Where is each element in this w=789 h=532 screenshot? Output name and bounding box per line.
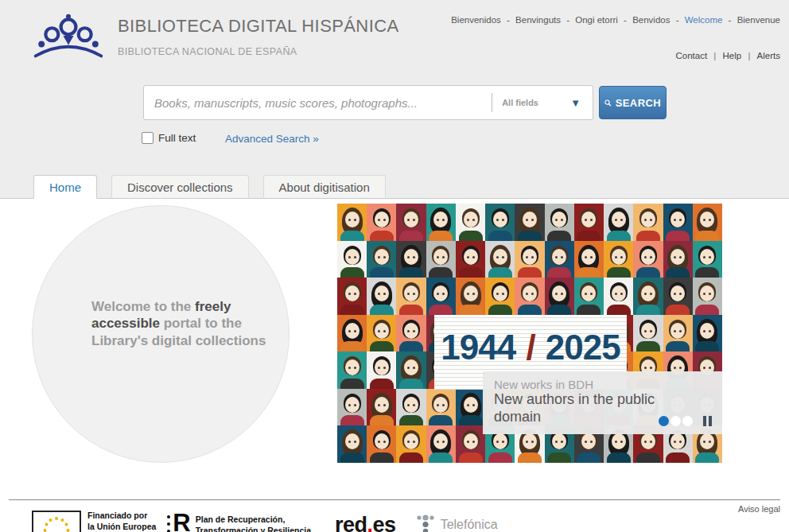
face-head — [464, 249, 478, 265]
pause-button[interactable] — [701, 416, 712, 426]
language-link-bienvenue[interactable]: Bienvenue — [737, 15, 780, 25]
face-body — [340, 305, 364, 315]
language-link-ongi-etorri[interactable]: Ongi etorri — [575, 15, 618, 25]
face-body — [429, 452, 453, 463]
mosaic-face-tile — [337, 278, 367, 315]
mosaic-face-tile — [396, 315, 426, 352]
face-body — [577, 231, 600, 241]
mosaic-face-tile — [604, 204, 633, 241]
face-body — [547, 231, 571, 241]
mosaic-face-tile — [515, 278, 544, 315]
face-head — [464, 433, 478, 449]
utility-link-alerts[interactable]: Alerts — [757, 51, 780, 60]
bdh-homepage: BIBLIOTECA DIGITAL HISPÁNICA BIBLIOTECA … — [0, 0, 789, 532]
caption-title: New works in BDH — [494, 378, 711, 391]
face-body — [666, 231, 690, 241]
face-body — [370, 379, 394, 389]
face-body — [607, 231, 631, 241]
mosaic-face-tile — [456, 425, 485, 463]
carousel-dots — [657, 416, 693, 426]
face-body — [429, 415, 453, 425]
mosaic-face-tile — [337, 389, 367, 426]
tab-home[interactable]: Home — [33, 175, 97, 199]
page-subtitle: BIBLIOTECA NACIONAL DE ESPAÑA — [118, 46, 297, 57]
carousel-dot-3[interactable] — [682, 416, 693, 426]
language-link-bienvenidos[interactable]: Bienvenidos — [451, 15, 501, 25]
carousel-dot-2[interactable] — [670, 416, 681, 426]
face-head — [493, 249, 507, 265]
face-body — [340, 341, 364, 351]
face-body — [636, 452, 660, 463]
mosaic-face-tile — [396, 351, 426, 389]
mosaic-face-tile — [396, 425, 426, 463]
face-body — [518, 452, 542, 463]
mosaic-face-tile — [396, 389, 426, 426]
face-head — [464, 285, 478, 301]
mosaic-face-tile — [337, 315, 367, 352]
mosaic-face-tile — [426, 278, 456, 315]
mosaic-face-tile — [663, 241, 693, 278]
field-selector[interactable]: All fields — [492, 98, 570, 107]
face-head — [433, 249, 448, 265]
fulltext-checkbox[interactable] — [142, 132, 154, 144]
face-body — [577, 267, 600, 278]
utility-link-contact[interactable]: Contact — [676, 51, 708, 60]
mosaic-face-tile — [604, 278, 633, 315]
face-body — [459, 415, 483, 425]
face-body — [399, 267, 423, 278]
mosaic-face-tile — [337, 351, 367, 389]
tab-discover-collections[interactable]: Discover collections — [111, 175, 249, 199]
face-head — [464, 212, 478, 227]
carousel-dot-1[interactable] — [659, 416, 669, 426]
recovery-plan-logo: R — [167, 511, 190, 532]
mosaic-face-tile — [367, 389, 396, 426]
mosaic-face-tile — [485, 241, 515, 278]
chevron-down-icon[interactable]: ▼ — [570, 97, 581, 109]
face-body — [695, 305, 719, 315]
mosaic-face-tile — [426, 204, 456, 241]
mosaic-face-tile — [396, 241, 426, 278]
language-link-welcome[interactable]: Welcome — [685, 15, 723, 25]
tab-about-digitisation[interactable]: About digitisation — [263, 175, 386, 199]
separator: - — [725, 15, 733, 25]
face-body — [547, 452, 571, 463]
mosaic-face-tile — [633, 278, 663, 315]
mosaic-face-tile — [545, 241, 574, 278]
utility-link-help[interactable]: Help — [723, 51, 742, 60]
recovery-plan-label: Plan de Recuperación, Transformación y R… — [196, 515, 311, 532]
mosaic-face-tile — [545, 278, 574, 315]
mosaic-face-tile — [396, 278, 426, 315]
face-body — [666, 305, 690, 315]
pause-icon — [703, 416, 706, 426]
eu-flag-icon — [32, 511, 81, 532]
face-body — [459, 267, 483, 278]
redes-logo: red.es — [335, 513, 396, 532]
face-head — [670, 249, 685, 265]
mosaic-face-tile — [574, 241, 604, 278]
language-link-benvinguts[interactable]: Benvinguts — [515, 15, 561, 25]
separator: | — [745, 51, 752, 60]
face-head — [641, 212, 655, 227]
search-button[interactable]: SEARCH — [599, 86, 667, 119]
mosaic-face-tile — [426, 389, 456, 426]
advanced-search-link[interactable]: Advanced Search » — [225, 133, 319, 145]
mosaic-face-tile — [337, 425, 367, 463]
face-head — [404, 323, 418, 339]
mosaic-face-tile — [574, 204, 604, 241]
face-head — [464, 397, 478, 413]
bne-crown-logo[interactable] — [30, 13, 107, 62]
header: BIBLIOTECA DIGITAL HISPÁNICA BIBLIOTECA … — [0, 0, 789, 199]
face-head — [375, 397, 389, 413]
mosaic-face-tile — [693, 204, 722, 241]
language-link-benvidos[interactable]: Benvidos — [632, 15, 670, 25]
face-body — [666, 341, 690, 351]
face-body — [607, 267, 631, 278]
face-head — [581, 249, 596, 265]
carousel-slide[interactable]: 1944 / 2025 New works in BDH New authors… — [337, 204, 722, 463]
fulltext-option: Full text — [142, 132, 196, 144]
face-body — [399, 231, 423, 241]
mosaic-face-tile — [456, 389, 485, 426]
face-body — [518, 305, 542, 315]
face-body — [666, 267, 690, 278]
search-input[interactable] — [144, 96, 492, 110]
